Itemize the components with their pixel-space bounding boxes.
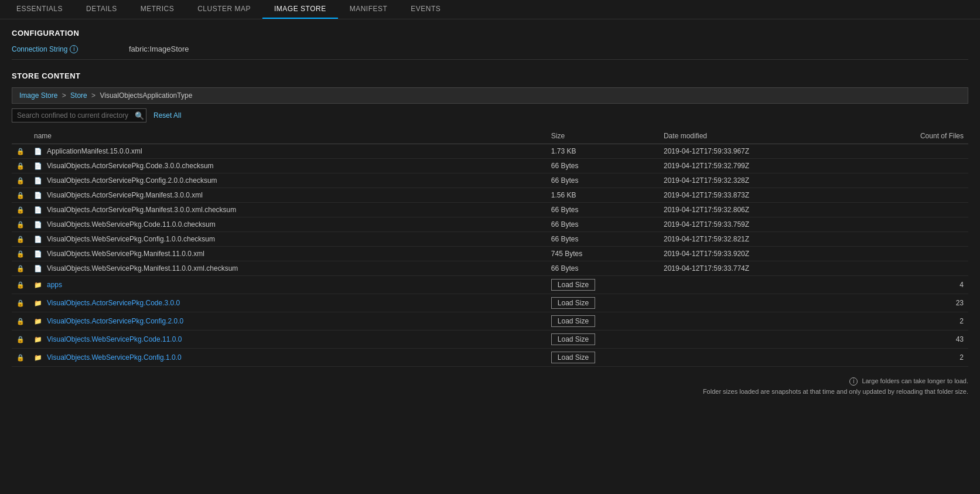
configuration-title: CONFIGURATION [12,29,968,38]
nav-item-metrics[interactable]: METRICS [129,0,186,19]
count-cell [828,188,968,203]
nav-item-events[interactable]: EVENTS [399,0,452,19]
folder-icon: 📁 [34,299,42,307]
main-content: CONFIGURATION Connection String i fabric… [0,19,980,406]
lock-cell: 🔒 [12,188,29,203]
search-button[interactable]: 🔍 [135,111,144,120]
folder-icon: 📁 [34,336,42,343]
size-cell[interactable]: Load Size [547,312,659,331]
size-cell[interactable]: Load Size [547,276,659,294]
size-cell: 66 Bytes [547,217,659,232]
breadcrumb-store[interactable]: Store [70,91,87,100]
lock-cell: 🔒 [12,261,29,276]
size-cell: 745 Bytes [547,247,659,261]
lock-cell: 🔒 [12,173,29,188]
col-name-header: name [29,128,547,144]
name-cell[interactable]: 📁VisualObjects.ActorServicePkg.Code.3.0.… [29,294,547,312]
file-icon: 📄 [34,162,42,170]
lock-icon: 🔒 [16,354,25,361]
file-icon: 📄 [34,265,42,272]
table-row: 🔒📄VisualObjects.WebServicePkg.Manifest.1… [12,247,968,261]
count-cell: 23 [828,294,968,312]
load-size-button[interactable]: Load Size [551,297,595,309]
table-row: 🔒📁VisualObjects.ActorServicePkg.Config.2… [12,312,968,331]
load-size-button[interactable]: Load Size [551,315,595,327]
lock-icon: 🔒 [16,299,25,306]
table-row: 🔒📄VisualObjects.ActorServicePkg.Manifest… [12,203,968,217]
breadcrumb-current: VisualObjectsApplicationType [100,91,192,100]
date-cell [659,331,828,349]
name-cell[interactable]: 📁apps [29,276,547,294]
size-cell[interactable]: Load Size [547,349,659,367]
date-cell: 2019-04-12T17:59:33.759Z [659,217,828,232]
lock-cell: 🔒 [12,349,29,367]
size-cell: 66 Bytes [547,203,659,217]
load-size-button[interactable]: Load Size [551,352,595,363]
name-cell: 📄VisualObjects.WebServicePkg.Manifest.11… [29,261,547,276]
size-cell: 66 Bytes [547,261,659,276]
date-cell: 2019-04-12T17:59:32.328Z [659,173,828,188]
date-cell [659,294,828,312]
table-row: 🔒📁VisualObjects.WebServicePkg.Config.1.0… [12,349,968,367]
date-cell: 2019-04-12T17:59:32.806Z [659,203,828,217]
breadcrumb-text: Image Store > Store > VisualObjectsAppli… [19,91,192,100]
lock-cell: 🔒 [12,217,29,232]
store-content-section: STORE CONTENT Image Store > Store > Visu… [12,71,968,397]
file-table: name Size Date modified Count of Files 🔒… [12,128,968,367]
col-date-header: Date modified [659,128,828,144]
nav-item-cluster-map[interactable]: CLUSTER MAP [186,0,262,19]
count-cell [828,247,968,261]
nav-item-manifest[interactable]: MANIFEST [338,0,399,19]
lock-icon: 🔒 [16,318,25,325]
breadcrumb-image-store[interactable]: Image Store [19,91,57,100]
reset-all-button[interactable]: Reset All [153,111,181,120]
file-icon: 📄 [34,206,42,214]
file-name: VisualObjects.WebServicePkg.Code.11.0.0.… [47,220,216,229]
table-row: 🔒📁VisualObjects.ActorServicePkg.Code.3.0… [12,294,968,312]
search-input[interactable] [12,108,146,122]
col-size-header: Size [547,128,659,144]
file-name: VisualObjects.WebServicePkg.Config.1.0.0… [47,235,215,243]
name-cell[interactable]: 📁VisualObjects.ActorServicePkg.Config.2.… [29,312,547,331]
table-row: 🔒📄VisualObjects.ActorServicePkg.Code.3.0… [12,159,968,173]
folder-name[interactable]: VisualObjects.WebServicePkg.Code.11.0.0 [47,335,182,343]
nav-item-details[interactable]: DETAILS [74,0,129,19]
lock-cell: 🔒 [12,312,29,331]
count-cell: 4 [828,276,968,294]
info-icon[interactable]: i [70,45,78,53]
size-cell[interactable]: Load Size [547,331,659,349]
date-cell: 2019-04-12T17:59:32.799Z [659,159,828,173]
lock-cell: 🔒 [12,159,29,173]
search-wrapper: 🔍 [12,108,146,122]
footer-info-icon: i [849,377,858,386]
folder-name[interactable]: VisualObjects.WebServicePkg.Config.1.0.0 [47,353,182,362]
folder-name[interactable]: VisualObjects.ActorServicePkg.Code.3.0.0 [47,299,180,307]
name-cell: 📄VisualObjects.ActorServicePkg.Config.2.… [29,173,547,188]
lock-cell: 🔒 [12,276,29,294]
lock-icon: 🔒 [16,336,25,343]
count-cell: 43 [828,331,968,349]
file-name: VisualObjects.WebServicePkg.Manifest.11.… [47,250,204,258]
folder-name[interactable]: apps [47,281,62,289]
lock-icon: 🔒 [16,221,25,228]
col-lock [12,128,29,144]
name-cell[interactable]: 📁VisualObjects.WebServicePkg.Config.1.0.… [29,349,547,367]
name-cell[interactable]: 📁VisualObjects.WebServicePkg.Code.11.0.0 [29,331,547,349]
count-cell [828,144,968,159]
table-row: 🔒📄ApplicationManifest.15.0.0.xml1.73 KB2… [12,144,968,159]
size-cell[interactable]: Load Size [547,294,659,312]
nav-item-image-store[interactable]: IMAGE STORE [262,0,338,19]
load-size-button[interactable]: Load Size [551,279,595,291]
size-cell: 1.56 KB [547,188,659,203]
lock-icon: 🔒 [16,265,25,272]
date-cell [659,276,828,294]
name-cell: 📄VisualObjects.ActorServicePkg.Code.3.0.… [29,159,547,173]
nav-item-essentials[interactable]: ESSENTIALS [5,0,74,19]
file-name: VisualObjects.WebServicePkg.Manifest.11.… [47,264,238,272]
lock-icon: 🔒 [16,236,25,243]
file-icon: 📄 [34,236,42,243]
load-size-button[interactable]: Load Size [551,333,595,345]
date-cell: 2019-04-12T17:59:33.873Z [659,188,828,203]
lock-icon: 🔒 [16,177,25,184]
folder-name[interactable]: VisualObjects.ActorServicePkg.Config.2.0… [47,317,183,325]
